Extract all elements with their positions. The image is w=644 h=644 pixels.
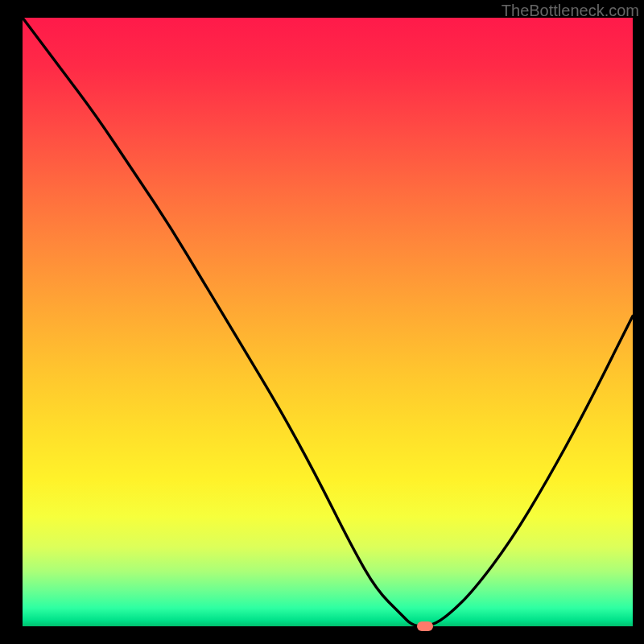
watermark-text: TheBottleneck.com [502, 2, 639, 20]
chart-container: TheBottleneck.com [0, 0, 644, 644]
bottleneck-curve [23, 18, 633, 626]
plot-area [23, 18, 633, 626]
optimum-marker [417, 621, 433, 631]
curve-svg [23, 18, 633, 626]
